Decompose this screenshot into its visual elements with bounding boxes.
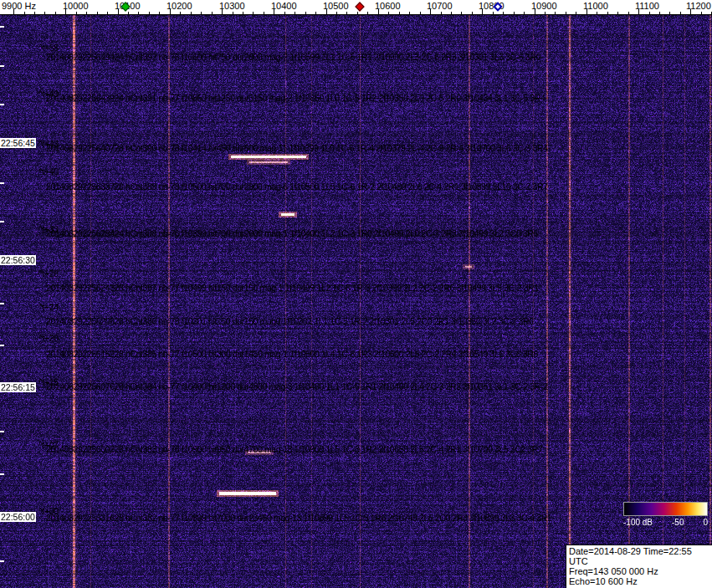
time-tick [0,104,4,105]
info-rx-frequency: Freq=143 050 000 Hz [569,566,711,576]
detection-text: 20140829225615228 hCnt385 nb-77 f10500 h… [46,350,538,359]
ruler-tick [576,12,576,14]
detection-text: 20140829225649424 hCnt392 nb-76 f10600 h… [46,53,540,62]
ruler-label: 10300 [219,1,245,11]
time-label: 22:56:30 [0,255,36,265]
detection-tag: ^t+40 [38,167,59,176]
ruler-tick [253,12,254,14]
ruler-tick [357,12,358,14]
time-tick [0,345,4,346]
ruler-tick [86,12,87,14]
colorbar-labels: -100 dB -50 0 [623,518,708,527]
ruler-tick [420,12,421,14]
detection-tag: ^t+20 [38,334,59,343]
time-tick [0,221,4,222]
colorbar: -100 dB -50 0 [623,502,708,527]
detection-text: 20140829225633728 hCnt389 nb-78 f10500 h… [46,182,548,192]
ruler-tick [128,12,129,14]
time-label: 22:56:00 [0,512,36,522]
spectrogram-plot: -100 dB -50 0 Date=2014-08-29 Time=22:55… [0,15,712,588]
time-label: 22:56:45 [0,138,36,148]
ruler-tick [441,12,442,14]
ruler-tick [243,12,243,14]
colorbar-label-mid: -50 [672,518,684,527]
ruler-label: 10700 [427,1,453,11]
ruler-tick [336,12,337,14]
time-tick [0,560,4,562]
ruler-tick [680,12,681,14]
frequency-ruler: 9900 Hz100001010010200103001040010500106… [0,0,712,15]
marker-red-diamond [355,2,364,11]
ruler-tick [461,12,462,14]
ruler-tick [659,12,660,14]
ruler-label: 10900 [531,1,557,11]
ruler-tick [76,12,77,14]
ruler-label: 9900 Hz [2,1,36,11]
ruler-tick [212,12,213,14]
ruler-tick [566,12,566,14]
detection-text: 20140829225607628 hCnt384 nb-77 f10400 h… [46,382,548,391]
ruler-label: 11200 [686,1,711,11]
ruler-tick [597,12,597,14]
ruler-tick [233,12,233,14]
detection-text: 20140829225628424 hCnt388 nb-76 f10399 h… [46,229,538,238]
ruler-tick [107,12,108,14]
ruler-label: 11000 [583,1,608,11]
ruler-tick [315,12,316,14]
ruler-tick [555,12,556,14]
ruler-tick [649,12,650,14]
ruler-tick [399,12,400,14]
ruler-tick [701,12,702,14]
ruler-label: 10000 [63,1,89,11]
ruler-tick [97,12,98,14]
ruler-tick [545,12,546,14]
info-box: Date=2014-08-29 Time=22:55 UTC Freq=143 … [566,545,712,588]
ruler-tick [617,12,618,14]
ruler-tick [367,12,368,14]
ruler-tick [159,12,160,14]
info-echo-frequency: Echo=10 600 Hz [569,576,711,586]
colorbar-label-max: 0 [703,518,708,527]
ruler-tick [284,12,285,14]
ruler-tick [34,12,35,14]
ruler-label: 11100 [635,1,659,11]
detection-text: 20140829225620628 hCnt386 nb-78 f10301 h… [46,317,534,326]
colorbar-label-min: -100 dB [623,518,653,527]
ruler-tick [472,12,473,14]
meteor-spectrogram-screen: 9900 Hz100001010010200103001040010500106… [0,0,712,588]
time-tick [0,473,4,475]
ruler-tick [503,12,504,14]
time-tick [0,431,4,432]
ruler-tick [149,12,150,14]
ruler-tick [138,12,139,14]
ruler-tick [607,12,608,14]
ruler-tick [514,12,515,14]
time-tick [0,182,4,184]
ruler-tick [264,12,264,14]
ruler-tick [409,12,410,14]
time-label: 22:56:15 [0,382,36,392]
ruler-tick [180,12,181,14]
ruler-tick [24,12,25,14]
ruler-tick [388,12,389,14]
ruler-tick [346,12,347,14]
detection-text: 20140829225624328 hCnt387 nb-77 f10499 h… [46,284,539,293]
ruler-tick [44,12,45,14]
ruler-tick [628,12,629,14]
ruler-label: 10600 [375,1,401,11]
ruler-label: 10500 [323,1,349,11]
time-tick [0,65,4,67]
colorbar-gradient [623,502,708,516]
detection-text: 20140829225531628 hCnt382 nb-77 f10899 h… [46,514,551,523]
detection-tag: ^t+28 [38,269,59,279]
ruler-tick [451,12,452,14]
ruler-label: 10400 [271,1,297,11]
ruler-tick [201,12,202,14]
ruler-tick [493,12,494,14]
info-date-time: Date=2014-08-29 Time=22:55 UTC [569,546,711,566]
detection-text: 20140829225643924 hCnt391 nb-77 f10850 h… [46,94,545,103]
ruler-tick [669,12,670,14]
time-tick [0,26,4,28]
ruler-tick [191,12,192,14]
time-tick [0,303,4,304]
